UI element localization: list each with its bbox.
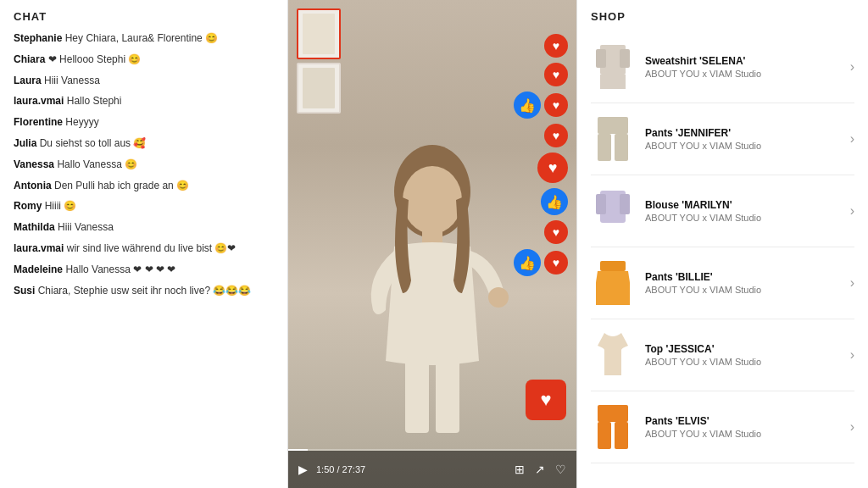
reaction-row-1: ♥ [544, 34, 568, 58]
svg-rect-9 [598, 117, 628, 134]
total-time: 27:37 [342, 464, 366, 474]
item-image-0 [591, 40, 635, 94]
chat-text: wir sind live während du live bist 😊❤ [67, 242, 236, 254]
item-arrow-4[interactable]: › [850, 347, 854, 363]
person-silhouette [348, 124, 517, 446]
shop-panel: SHOP Sweatshirt 'SELENA' ABOUT YOU x VIA… [576, 0, 868, 488]
item-name-5: Pants 'ELVIS' [645, 415, 840, 427]
svg-rect-10 [598, 134, 611, 161]
chat-message-5: Julia Du siehst so toll aus 🥰 [14, 136, 274, 151]
like-reaction-1: 👍 [514, 92, 541, 119]
video-control-icons: ⊞ ↗ ♡ [515, 463, 566, 476]
heart-reaction-7: ♥ [544, 251, 568, 274]
video-panel: ♥ ♥ 👍 ♥ ♥ ♥ 👍 ♥ 👍 ♥ ♥ ▶ [288, 0, 576, 488]
reaction-row-3: 👍 ♥ [514, 92, 568, 119]
chat-message-4: Florentine Heyyyy [14, 115, 274, 130]
chat-text: Hiii Vanessa [58, 221, 114, 233]
chat-username: Antonia [14, 180, 52, 191]
chat-username: Florentine [14, 116, 63, 128]
chat-username: Madeleine [14, 263, 63, 275]
chat-message-10: laura.vmai wir sind live während du live… [14, 241, 274, 256]
shop-item-0[interactable]: Sweatshirt 'SELENA' ABOUT YOU x VIAM Stu… [591, 31, 854, 103]
chat-text: Hallo Vanessa ❤ ❤ ❤ ❤ [65, 263, 175, 275]
chat-message-0: Stephanie Hey Chiara, Laura& Florentine … [14, 31, 274, 46]
item-arrow-1[interactable]: › [850, 131, 854, 147]
chat-messages: Stephanie Hey Chiara, Laura& Florentine … [14, 31, 274, 478]
chat-text: Hiii Vanessa [44, 75, 100, 86]
chat-text: Den Pulli hab ich grade an 😊 [54, 180, 189, 191]
item-info-1: Pants 'JENNIFER' ABOUT YOU x VIAM Studio [645, 127, 840, 151]
chat-message-8: Romy Hiiii 😊 [14, 199, 274, 214]
chat-message-2: Laura Hiii Vanessa [14, 74, 274, 88]
item-brand-3: ABOUT YOU x VIAM Studio [645, 285, 840, 295]
chat-message-3: laura.vmai Hallo Stephi [14, 94, 274, 108]
chat-message-6: Vanessa Hallo Vanessa 😊 [14, 158, 274, 172]
play-button[interactable]: ▶ [298, 463, 308, 476]
svg-rect-5 [436, 357, 459, 433]
chat-username: laura.vmai [14, 242, 64, 254]
like-reaction-3: 👍 [514, 249, 541, 276]
item-arrow-2[interactable]: › [850, 203, 854, 219]
reaction-row-8: 👍 ♥ [514, 249, 568, 276]
chat-username: Vanessa [14, 158, 54, 170]
item-image-3 [591, 256, 635, 310]
chat-username: Romy [14, 200, 42, 212]
video-controls: ▶ 1:50 / 27:37 ⊞ ↗ ♡ [288, 451, 576, 488]
reaction-row-2: ♥ [544, 63, 568, 86]
heart-reaction-6: ♥ [544, 220, 568, 244]
item-image-2 [591, 184, 635, 238]
like-reaction-2: 👍 [541, 188, 568, 215]
thumbnail-2[interactable] [297, 63, 341, 114]
heart-reaction-3: ♥ [544, 93, 568, 117]
chat-message-7: Antonia Den Pulli hab ich grade an 😊 [14, 179, 274, 193]
bottom-heart-reaction: ♥ [526, 380, 566, 420]
svg-point-1 [403, 166, 462, 234]
item-brand-1: ABOUT YOU x VIAM Studio [645, 141, 840, 151]
thumbnail-1[interactable] [297, 8, 341, 59]
svg-rect-7 [596, 49, 606, 68]
product-thumbnails [297, 8, 341, 114]
item-image-1 [591, 112, 635, 166]
chat-text: Du siehst so toll aus 🥰 [40, 137, 147, 149]
item-brand-0: ABOUT YOU x VIAM Studio [645, 69, 840, 79]
item-arrow-3[interactable]: › [850, 275, 854, 291]
chat-username: Susi [14, 285, 35, 297]
item-info-0: Sweatshirt 'SELENA' ABOUT YOU x VIAM Stu… [645, 55, 840, 79]
time-display: 1:50 / 27:37 [316, 464, 506, 474]
shop-title: SHOP [591, 10, 854, 23]
svg-point-3 [488, 287, 509, 308]
chat-title: CHAT [14, 10, 274, 23]
item-arrow-5[interactable]: › [850, 419, 854, 435]
item-name-3: Pants 'BILLIE' [645, 271, 840, 283]
share-icon[interactable]: ↗ [535, 463, 545, 476]
item-image-5 [591, 400, 635, 454]
heart-reaction-5: ♥ [537, 152, 568, 183]
svg-rect-8 [620, 49, 630, 68]
chat-username: laura.vmai [14, 95, 64, 107]
heart-icon[interactable]: ♡ [555, 463, 566, 476]
svg-rect-4 [405, 357, 429, 433]
chat-text: ❤ Hellooo Stephi 😊 [48, 53, 142, 65]
current-time: 1:50 [316, 464, 334, 474]
shop-item-4[interactable]: Top 'JESSICA' ABOUT YOU x VIAM Studio › [591, 319, 854, 391]
svg-rect-18 [598, 422, 611, 449]
chat-text: Hey Chiara, Laura& Florentine 😊 [65, 32, 218, 44]
chat-username: Julia [14, 137, 36, 149]
reaction-row-5: ♥ [537, 152, 568, 183]
chat-text: Hallo Vanessa 😊 [57, 158, 137, 170]
shop-item-3[interactable]: Pants 'BILLIE' ABOUT YOU x VIAM Studio › [591, 247, 854, 319]
chat-text: Hiiii 😊 [45, 200, 77, 212]
shop-item-5[interactable]: Pants 'ELVIS' ABOUT YOU x VIAM Studio › [591, 391, 854, 463]
reaction-row-6: 👍 [541, 188, 568, 215]
chat-message-9: Mathilda Hiii Vanessa [14, 220, 274, 235]
item-brand-5: ABOUT YOU x VIAM Studio [645, 429, 840, 439]
grid-icon[interactable]: ⊞ [515, 463, 525, 476]
item-brand-4: ABOUT YOU x VIAM Studio [645, 357, 840, 367]
chat-text: Hallo Stephi [67, 95, 122, 107]
shop-item-1[interactable]: Pants 'JENNIFER' ABOUT YOU x VIAM Studio… [591, 103, 854, 175]
item-arrow-0[interactable]: › [850, 59, 854, 75]
svg-rect-19 [615, 422, 628, 449]
item-info-5: Pants 'ELVIS' ABOUT YOU x VIAM Studio [645, 415, 840, 439]
heart-reaction-1: ♥ [544, 34, 568, 58]
shop-item-2[interactable]: Blouse 'MARILYN' ABOUT YOU x VIAM Studio… [591, 175, 854, 247]
